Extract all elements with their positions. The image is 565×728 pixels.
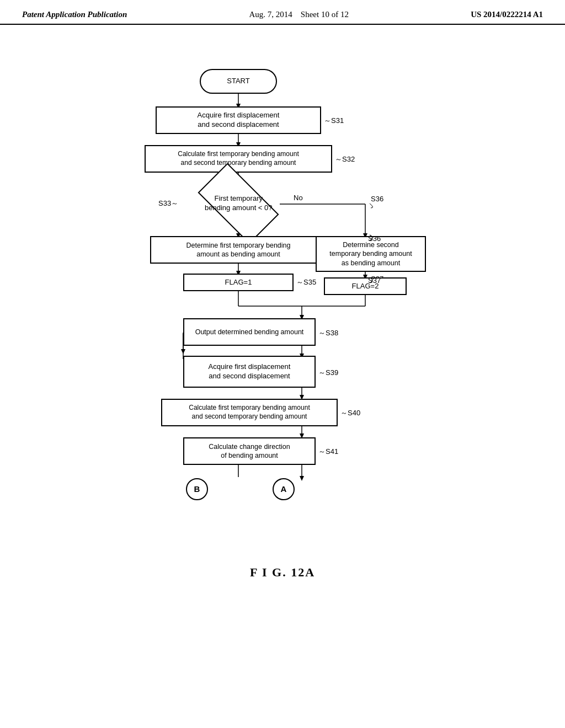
svg-marker-35 [300, 476, 304, 481]
s33-step: S33～ [158, 199, 178, 208]
s41-step: ～S41 [318, 447, 338, 457]
s31-node: Acquire first displacementand second dis… [156, 106, 321, 134]
header-center: Aug. 7, 2014 Sheet 10 of 12 [249, 10, 349, 19]
s34-node: Determine first temporary bendingamount … [150, 236, 327, 264]
s31-step: ～S31 [324, 116, 344, 126]
publication-date: Aug. 7, 2014 [249, 10, 292, 19]
s33-diamond-wrapper: First temporarybending amount < 0? [202, 183, 275, 224]
publication-title: Patent Application Publication [22, 10, 127, 19]
s40-step: ～S40 [340, 408, 360, 418]
s40-node: Calculate first temporary bending amount… [161, 399, 338, 426]
s33-diamond-inner: First temporarybending amount < 0? [205, 194, 273, 213]
patent-number: US 2014/0222214 A1 [471, 10, 543, 19]
s35-label: FLAG=1 [225, 278, 252, 287]
s41-label: Calculate change directionof bending amo… [209, 442, 290, 461]
sheet-info: Sheet 10 of 12 [301, 10, 349, 19]
s38-node: Output determined bending amount [183, 318, 316, 346]
s31-label: Acquire first displacementand second dis… [198, 111, 280, 130]
s35-node: FLAG=1 [183, 274, 294, 291]
flowchart: No [95, 58, 470, 554]
s40-label: Calculate first temporary bending amount… [189, 404, 310, 421]
diagram-container: No [0, 25, 565, 580]
s37-step-arc [364, 275, 381, 286]
start-node: START [200, 69, 277, 94]
circle-a-label: A [281, 484, 287, 495]
svg-marker-23 [181, 349, 185, 354]
s32-node: Calculate first temporary bending amount… [145, 145, 332, 173]
circle-b-label: B [194, 484, 200, 495]
svg-text:S36: S36 [371, 195, 383, 203]
svg-text:No: No [294, 194, 303, 202]
start-label: START [227, 77, 249, 86]
s39-label: Acquire first displacementand second dis… [209, 362, 291, 381]
s39-step: ～S39 [318, 368, 338, 378]
s36-step-arc [364, 232, 381, 243]
s33-diamond: First temporarybending amount < 0? [198, 163, 279, 244]
s32-step: ～S32 [335, 154, 355, 164]
s38-step: ～S38 [318, 328, 338, 338]
s41-node: Calculate change directionof bending amo… [183, 437, 316, 465]
s34-label: Determine first temporary bendingamount … [186, 241, 291, 259]
figure-label: F I G. 12A [250, 565, 315, 580]
circle-b: B [186, 478, 208, 500]
s36-label: Determine secondtemporary bending amount… [329, 240, 412, 267]
s38-label: Output determined bending amount [195, 328, 304, 336]
circle-a: A [273, 478, 295, 500]
s35-step: ～S35 [296, 277, 316, 287]
page-header: Patent Application Publication Aug. 7, 2… [0, 0, 565, 25]
s32-label: Calculate first temporary bending amount… [178, 150, 299, 167]
s39-node: Acquire first displacementand second dis… [183, 356, 316, 388]
